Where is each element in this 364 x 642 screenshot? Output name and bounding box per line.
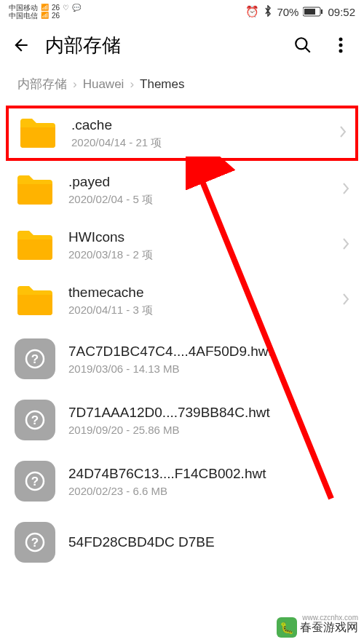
alarm-icon: ⏰ xyxy=(245,5,259,18)
file-meta: 2020/02/04 - 5 项 xyxy=(68,193,329,207)
svg-text:?: ? xyxy=(31,475,39,488)
carrier-2: 中国电信 xyxy=(9,12,38,20)
file-item[interactable]: ?7AC7D1BC47C4....4AF50D9.hwt2019/03/06 -… xyxy=(0,328,364,389)
file-item[interactable]: HWIcons2020/03/18 - 2 项 xyxy=(0,218,364,273)
svg-text:?: ? xyxy=(31,536,39,550)
breadcrumb-item[interactable]: Huawei xyxy=(83,77,124,92)
net-label-1: 26 xyxy=(52,4,60,12)
file-meta: 2020/04/11 - 3 项 xyxy=(68,304,329,317)
svg-point-5 xyxy=(339,38,343,41)
file-name: 24D74B76C13....F14CB002.hwt xyxy=(68,466,349,482)
file-info: .cache2020/04/14 - 21 项 xyxy=(71,117,326,150)
chevron-right-icon xyxy=(342,182,349,198)
status-bar: 中国移动 📶 26 ♡ 💬 中国电信 📶 26 ⏰ 70% 09:52 xyxy=(0,0,364,23)
page-title: 内部存储 xyxy=(45,33,277,58)
more-menu-button[interactable] xyxy=(329,36,352,54)
watermark-text: 春蚕游戏网 xyxy=(300,620,358,635)
app-header: 内部存储 xyxy=(0,23,364,67)
clock-time: 09:52 xyxy=(328,6,355,18)
svg-rect-2 xyxy=(321,9,323,14)
file-item[interactable]: ?54FD28CBD4DC D7BE xyxy=(0,512,364,573)
file-info: themecache2020/04/11 - 3 项 xyxy=(68,285,329,317)
folder-icon xyxy=(15,173,55,207)
svg-point-6 xyxy=(339,44,343,47)
file-meta: 2019/03/06 - 14.13 MB xyxy=(68,362,349,375)
folder-icon xyxy=(17,116,58,151)
search-button[interactable] xyxy=(291,36,314,55)
svg-text:?: ? xyxy=(31,352,39,366)
svg-text:?: ? xyxy=(31,413,39,427)
file-item[interactable]: ?7D71AAA12D0....739BB84C.hwt2019/09/20 -… xyxy=(0,389,364,451)
chevron-right-icon xyxy=(342,293,349,309)
file-meta: 2020/03/18 - 2 项 xyxy=(68,248,329,262)
wechat-icon: 💬 xyxy=(72,4,81,12)
signal-icon-2: 📶 xyxy=(41,12,49,20)
file-meta: 2020/04/14 - 21 项 xyxy=(71,136,326,150)
watermark: 🐛 春蚕游戏网 xyxy=(277,617,358,638)
file-icon: ? xyxy=(15,461,55,502)
file-name: 54FD28CBD4DC D7BE xyxy=(68,534,349,550)
file-icon: ? xyxy=(15,400,55,440)
signal-icon-1: 📶 xyxy=(41,4,49,12)
status-left: 中国移动 📶 26 ♡ 💬 中国电信 📶 26 xyxy=(9,4,81,20)
file-name: 7D71AAA12D0....739BB84C.hwt xyxy=(68,405,349,421)
file-icon: ? xyxy=(15,338,55,379)
file-name: .payed xyxy=(68,174,329,190)
file-item[interactable]: ?24D74B76C13....F14CB002.hwt2020/02/23 -… xyxy=(0,451,364,512)
chevron-right-icon: › xyxy=(130,77,134,92)
folder-icon xyxy=(15,283,55,318)
file-info: 7D71AAA12D0....739BB84C.hwt2019/09/20 - … xyxy=(68,405,349,436)
watermark-icon: 🐛 xyxy=(277,617,297,638)
battery-icon xyxy=(303,7,323,17)
svg-point-7 xyxy=(339,49,343,53)
status-right: ⏰ 70% 09:52 xyxy=(245,5,355,19)
file-info: 7AC7D1BC47C4....4AF50D9.hwt2019/03/06 - … xyxy=(68,344,349,375)
chevron-right-icon xyxy=(342,237,349,253)
file-name: themecache xyxy=(68,285,329,301)
file-name: .cache xyxy=(71,117,326,133)
breadcrumb-item[interactable]: 内部存储 xyxy=(17,76,67,92)
file-info: 54FD28CBD4DC D7BE xyxy=(68,534,349,550)
back-button[interactable] xyxy=(12,36,31,55)
file-name: 7AC7D1BC47C4....4AF50D9.hwt xyxy=(68,344,349,360)
heart-icon: ♡ xyxy=(63,4,69,12)
battery-pct: 70% xyxy=(277,6,298,18)
file-info: HWIcons2020/03/18 - 2 项 xyxy=(68,229,329,262)
net-label-2: 26 xyxy=(52,12,60,20)
file-item[interactable]: .payed2020/02/04 - 5 项 xyxy=(0,162,364,218)
file-list: .cache2020/04/14 - 21 项.payed2020/02/04 … xyxy=(0,106,364,573)
file-info: 24D74B76C13....F14CB002.hwt2020/02/23 - … xyxy=(68,466,349,497)
file-item[interactable]: .cache2020/04/14 - 21 项 xyxy=(6,106,358,161)
file-meta: 2020/02/23 - 6.6 MB xyxy=(68,485,349,497)
chevron-right-icon: › xyxy=(73,77,77,92)
file-name: HWIcons xyxy=(68,229,329,245)
file-meta: 2019/09/20 - 25.86 MB xyxy=(68,424,349,436)
breadcrumb: 内部存储 › Huawei › Themes xyxy=(0,67,364,104)
breadcrumb-current: Themes xyxy=(140,77,184,92)
file-info: .payed2020/02/04 - 5 项 xyxy=(68,174,329,207)
file-item[interactable]: themecache2020/04/11 - 3 项 xyxy=(0,273,364,328)
bluetooth-icon xyxy=(264,5,272,19)
chevron-right-icon xyxy=(339,125,347,141)
svg-rect-1 xyxy=(304,9,315,15)
folder-icon xyxy=(15,228,55,263)
svg-point-3 xyxy=(296,38,306,49)
carrier-1: 中国移动 xyxy=(9,4,38,12)
file-icon: ? xyxy=(15,522,55,563)
svg-line-4 xyxy=(305,47,310,52)
